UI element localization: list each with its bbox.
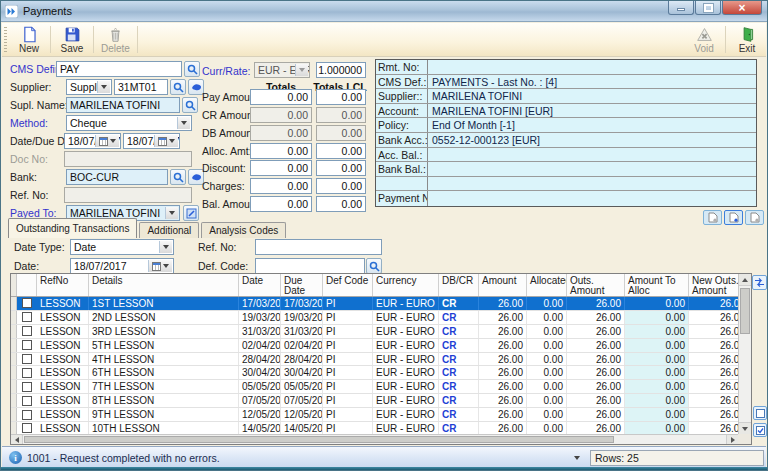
column-header-amount_to_alloc[interactable]: Amount To Alloc bbox=[625, 274, 689, 296]
column-header-currency[interactable]: Currency bbox=[373, 274, 439, 296]
grid-row[interactable]: LESSON5TH LESSON02/04/201502/04/2015PIEU… bbox=[11, 339, 738, 353]
amount-totals-field[interactable]: 0.00 bbox=[250, 89, 312, 105]
exit-button[interactable]: Exit bbox=[728, 23, 766, 56]
def-code-label: Def. Code: bbox=[198, 260, 248, 272]
amount-totals-lcl-field[interactable]: 0.00 bbox=[316, 143, 366, 159]
grid-row[interactable]: LESSON3RD LESSON31/03/201531/03/2015PIEU… bbox=[11, 325, 738, 339]
column-header-due_date[interactable]: Due Date bbox=[281, 274, 323, 296]
column-header-def_code[interactable]: Def Code bbox=[323, 274, 373, 296]
column-header-amount[interactable]: Amount bbox=[479, 274, 527, 296]
tab-analysis-codes[interactable]: Analysis Codes bbox=[201, 222, 286, 238]
cell-def_code: PI bbox=[323, 380, 373, 393]
amount-totals-field[interactable]: 0.00 bbox=[250, 160, 312, 176]
row-checkbox[interactable] bbox=[22, 354, 32, 364]
scroll-up-button[interactable] bbox=[739, 274, 751, 286]
row-checkbox[interactable] bbox=[22, 340, 32, 350]
calendar-icon[interactable] bbox=[95, 135, 119, 147]
supplier-code-input[interactable]: 31MT01 bbox=[114, 79, 168, 95]
amount-totals-lcl-field[interactable]: 0.00 bbox=[316, 89, 366, 105]
vertical-scrollbar[interactable] bbox=[738, 274, 751, 434]
transfer-button[interactable] bbox=[752, 275, 767, 290]
chevron-down-icon[interactable] bbox=[177, 117, 190, 129]
minimize-button[interactable] bbox=[668, 1, 694, 15]
column-header-outs_amount[interactable]: Outs. Amount bbox=[567, 274, 625, 296]
filter-date-input[interactable]: 18/07/2017 bbox=[70, 258, 174, 274]
horizontal-scrollbar[interactable] bbox=[11, 434, 738, 444]
grid-row[interactable]: LESSON10TH LESSON14/05/201514/05/2015PIE… bbox=[11, 422, 738, 434]
close-button[interactable] bbox=[722, 1, 762, 15]
amount-totals-field[interactable]: 0.00 bbox=[250, 178, 312, 194]
amount-totals-lcl-field[interactable]: 0.00 bbox=[316, 178, 366, 194]
cms-definition-input[interactable]: PAY bbox=[56, 61, 182, 77]
column-header-dbcr[interactable]: DB/CR bbox=[439, 274, 479, 296]
row-checkbox[interactable] bbox=[22, 312, 32, 322]
new-button[interactable]: New bbox=[10, 23, 48, 56]
calendar-icon[interactable] bbox=[148, 260, 172, 272]
doc-copy-button-2[interactable] bbox=[724, 210, 743, 225]
grid-row[interactable]: LESSON7TH LESSON05/05/201505/05/2015PIEU… bbox=[11, 380, 738, 394]
tab-outstanding-transactions[interactable]: Outstanding Transactions bbox=[8, 218, 137, 238]
row-checkbox[interactable] bbox=[22, 396, 32, 406]
supplier-lookup-button[interactable] bbox=[170, 79, 186, 95]
doc-copy-button-3[interactable] bbox=[745, 210, 764, 225]
row-checkbox[interactable] bbox=[22, 298, 32, 308]
tab-additional[interactable]: Additional bbox=[139, 222, 199, 238]
rows-count-box: Rows: 25 bbox=[590, 450, 764, 466]
bank-lookup-button[interactable] bbox=[170, 169, 186, 185]
supplier-type-select[interactable]: Supplier bbox=[66, 79, 112, 95]
row-checkbox[interactable] bbox=[22, 368, 32, 378]
cell-date: 19/03/2015 bbox=[239, 311, 281, 324]
supl-name-input[interactable]: MARILENA TOFINI bbox=[66, 97, 180, 113]
def-code-lookup-button[interactable] bbox=[366, 258, 382, 274]
def-code-input[interactable] bbox=[255, 258, 365, 274]
deselect-all-button[interactable] bbox=[753, 406, 767, 420]
maximize-button[interactable] bbox=[695, 1, 721, 15]
scroll-left-button[interactable] bbox=[11, 435, 23, 444]
cell-def_code: PI bbox=[323, 339, 373, 352]
grid-row[interactable]: LESSON2ND LESSON19/03/201519/03/2015PIEU… bbox=[11, 311, 738, 325]
grid-row[interactable]: LESSON1ST LESSON17/03/201517/03/2015PIEU… bbox=[11, 297, 738, 311]
scroll-right-button[interactable] bbox=[726, 435, 738, 444]
grid-row[interactable]: LESSON8TH LESSON07/05/201507/05/2015PIEU… bbox=[11, 394, 738, 408]
date-type-select[interactable]: Date bbox=[70, 239, 174, 255]
chevron-down-icon[interactable] bbox=[159, 241, 172, 253]
grid-row[interactable]: LESSON4TH LESSON28/04/201528/04/2015PIEU… bbox=[11, 353, 738, 367]
select-all-button[interactable] bbox=[753, 423, 767, 437]
method-select[interactable]: Cheque bbox=[66, 115, 192, 131]
horizontal-scroll-thumb[interactable] bbox=[24, 436, 614, 443]
filter-ref-no-input[interactable] bbox=[255, 239, 382, 255]
save-button[interactable]: Save bbox=[53, 23, 91, 56]
supl-name-lookup-button[interactable] bbox=[182, 97, 198, 113]
column-header-date[interactable]: Date bbox=[239, 274, 281, 296]
amount-totals-lcl-field[interactable]: 0.00 bbox=[316, 196, 366, 212]
column-header-details[interactable]: Details bbox=[89, 274, 239, 296]
amount-totals-field[interactable]: 0.00 bbox=[250, 143, 312, 159]
toolbar-grip[interactable] bbox=[4, 27, 7, 52]
row-checkbox[interactable] bbox=[22, 423, 32, 433]
row-checkbox[interactable] bbox=[22, 382, 32, 392]
info-panel-row: Policy:End Of Month [-1] bbox=[376, 118, 756, 133]
bank-input[interactable]: BOC-CUR bbox=[66, 169, 168, 185]
scroll-down-button[interactable] bbox=[739, 422, 751, 434]
doc-copy-button-1[interactable] bbox=[703, 210, 722, 225]
due-date-input[interactable]: 18/07/2017 bbox=[123, 133, 180, 149]
amount-totals-field[interactable]: 0.00 bbox=[250, 196, 312, 212]
grid-row[interactable]: LESSON9TH LESSON12/05/201512/05/2015PIEU… bbox=[11, 408, 738, 422]
chevron-down-icon[interactable] bbox=[97, 81, 110, 93]
date-input[interactable]: 18/07/2017 bbox=[64, 133, 121, 149]
column-header-new_outs_amount[interactable]: New Outs. Amount bbox=[689, 274, 738, 296]
grid-row[interactable]: LESSON6TH LESSON30/04/201530/04/2015PIEU… bbox=[11, 366, 738, 380]
calendar-icon[interactable] bbox=[154, 135, 178, 147]
void-triangle-icon bbox=[695, 26, 714, 43]
column-header-refno[interactable]: RefNo bbox=[37, 274, 89, 296]
cell-new_outs_amount: 26.00 bbox=[689, 422, 738, 434]
vertical-scroll-thumb[interactable] bbox=[740, 288, 750, 334]
column-header-allocated[interactable]: Allocated bbox=[527, 274, 567, 296]
status-expand-caret[interactable] bbox=[574, 456, 580, 460]
rate-input[interactable]: 1.000000 bbox=[316, 62, 366, 78]
row-checkbox[interactable] bbox=[22, 410, 32, 420]
cell-def_code: PI bbox=[323, 311, 373, 324]
amount-totals-lcl-field[interactable]: 0.00 bbox=[316, 160, 366, 176]
cms-definition-lookup-button[interactable] bbox=[184, 61, 200, 77]
row-checkbox[interactable] bbox=[22, 326, 32, 336]
